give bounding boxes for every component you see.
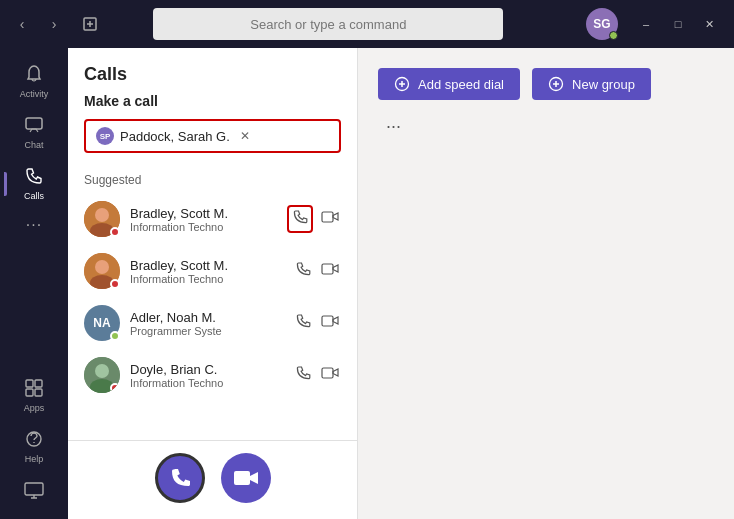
apps-label: Apps [24,403,45,413]
phone-call-button-highlighted[interactable] [287,205,313,233]
titlebar: ‹ › SG – □ ✕ [0,0,734,48]
back-button[interactable]: ‹ [8,10,36,38]
panel-header: Calls [68,48,357,93]
status-indicator [110,331,120,341]
make-call-title: Make a call [84,93,341,109]
status-indicator [110,383,120,393]
svg-rect-2 [26,380,33,387]
svg-rect-5 [35,389,42,396]
screen-icon [24,480,44,503]
contact-dept: Programmer Syste [130,325,283,337]
chip-close-button[interactable]: ✕ [240,129,250,143]
avatar-area: SG [586,8,618,40]
avatar [84,201,120,237]
contact-actions [293,259,341,283]
contact-info: Bradley, Scott M. Information Techno [130,258,283,285]
phone-call-button[interactable] [293,311,313,335]
video-call-button[interactable] [319,259,341,283]
sidebar-bottom: Apps Help [4,370,64,519]
avatar-status-indicator [609,31,618,40]
sidebar-item-calls[interactable]: Calls [4,158,64,209]
sidebar-item-chat[interactable]: Chat [4,107,64,158]
search-input-container[interactable]: SP Paddock, Sarah G. ✕ [84,119,341,153]
contact-info: Doyle, Brian C. Information Techno [130,362,283,389]
chip-avatar: SP [96,127,114,145]
avatar [84,253,120,289]
sidebar-item-more[interactable]: ··· [4,209,64,241]
svg-rect-21 [234,471,250,485]
avatar: NA [84,305,120,341]
add-speed-dial-button[interactable]: Add speed dial [378,68,520,100]
status-indicator [110,227,120,237]
svg-rect-7 [25,483,43,495]
phone-call-button[interactable] [293,363,313,387]
contact-dept: Information Techno [130,273,283,285]
sidebar-item-apps[interactable]: Apps [4,370,64,421]
new-group-button[interactable]: New group [532,68,651,100]
contact-dept: Information Techno [130,377,283,389]
svg-point-13 [95,260,109,274]
window-controls: – □ ✕ [630,10,726,38]
contact-item[interactable]: Bradley, Scott M. Information Techno [68,245,357,297]
video-call-button[interactable] [319,363,341,387]
left-panel: Calls Make a call SP Paddock, Sarah G. ✕… [68,48,358,519]
forward-button[interactable]: › [40,10,68,38]
bottom-call-area [68,440,357,519]
contact-item[interactable]: Bradley, Scott M. Information Techno [68,193,357,245]
calls-label: Calls [24,191,44,201]
main-container: Calls Make a call SP Paddock, Sarah G. ✕… [68,48,734,519]
svg-rect-1 [26,118,42,129]
contact-name: Bradley, Scott M. [130,206,277,221]
contact-actions [293,363,341,387]
svg-point-9 [95,208,109,222]
svg-rect-16 [322,316,333,326]
contact-actions [287,205,341,233]
svg-rect-11 [322,212,333,222]
minimize-button[interactable]: – [630,10,662,38]
contact-list: Bradley, Scott M. Information Techno [68,193,357,440]
sidebar-item-screen[interactable] [4,472,64,511]
svg-rect-3 [35,380,42,387]
calls-icon [24,166,44,189]
chat-label: Chat [24,140,43,150]
right-second-row: ··· [378,112,409,141]
phone-call-button[interactable] [293,259,313,283]
status-indicator [110,279,120,289]
svg-rect-4 [26,389,33,396]
search-input[interactable] [153,8,503,40]
contact-actions [293,311,341,335]
contact-info: Bradley, Scott M. Information Techno [130,206,277,233]
activity-icon [24,64,44,87]
contact-name: Adler, Noah M. [130,310,283,325]
close-button[interactable]: ✕ [694,10,726,38]
contact-dept: Information Techno [130,221,277,233]
avatar [84,357,120,393]
video-call-button[interactable] [221,453,271,503]
svg-rect-20 [322,368,333,378]
apps-icon [24,378,44,401]
right-top-actions: Add speed dial New group [378,68,651,100]
video-call-button[interactable] [319,311,341,335]
contact-name: Bradley, Scott M. [130,258,283,273]
maximize-button[interactable]: □ [662,10,694,38]
help-icon [24,429,44,452]
contact-item[interactable]: NA Adler, Noah M. Programmer Syste [68,297,357,349]
right-panel: Add speed dial New group ··· [358,48,734,519]
more-icon: ··· [26,217,42,233]
contact-info: Adler, Noah M. Programmer Syste [130,310,283,337]
video-call-button[interactable] [319,207,341,231]
compose-button[interactable] [76,10,104,38]
sidebar-item-help[interactable]: Help [4,421,64,472]
more-options-button[interactable]: ··· [378,112,409,141]
svg-point-18 [95,364,109,378]
svg-rect-15 [322,264,333,274]
avatar[interactable]: SG [586,8,618,40]
contact-item[interactable]: Doyle, Brian C. Information Techno [68,349,357,401]
activity-label: Activity [20,89,49,99]
sidebar: Activity Chat Calls ··· [0,48,68,519]
audio-call-button[interactable] [155,453,205,503]
chip-name: Paddock, Sarah G. [120,129,230,144]
help-label: Help [25,454,44,464]
chat-icon [24,115,44,138]
sidebar-item-activity[interactable]: Activity [4,56,64,107]
